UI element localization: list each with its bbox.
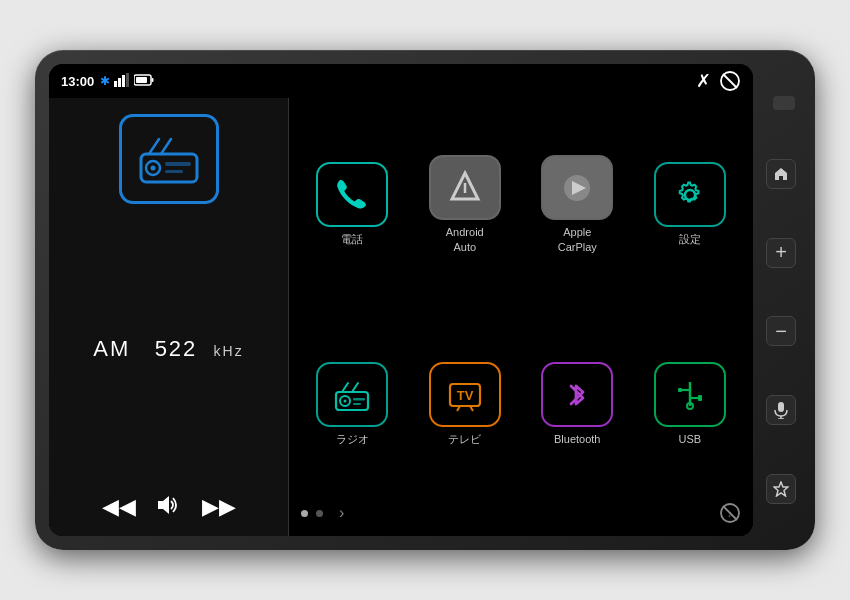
svg-marker-16 xyxy=(158,496,169,514)
status-bar: 13:00 ✱ ✗ xyxy=(49,64,753,98)
bluetooth-top-icon: ✗ xyxy=(696,70,711,92)
app-carplay[interactable]: AppleCarPlay xyxy=(526,106,629,303)
svg-marker-45 xyxy=(774,482,788,496)
now-playing-artwork xyxy=(119,114,219,204)
bluetooth-label: Bluetooth xyxy=(554,432,600,446)
usb-icon-box xyxy=(654,362,726,427)
prev-button[interactable]: ◀◀ xyxy=(102,494,136,520)
next-button[interactable]: ▶▶ xyxy=(202,494,236,520)
side-buttons-panel: + − xyxy=(761,64,801,536)
no-signal-icon xyxy=(719,70,741,92)
radio-label: ラジオ xyxy=(336,432,369,446)
svg-rect-37 xyxy=(698,395,702,401)
svg-text:TV: TV xyxy=(456,388,473,403)
svg-rect-27 xyxy=(353,398,365,401)
app-bluetooth[interactable]: Bluetooth xyxy=(526,313,629,496)
bluetooth-icon xyxy=(558,376,596,414)
android-auto-label: AndroidAuto xyxy=(446,225,484,254)
pagination-next[interactable]: › xyxy=(339,504,344,522)
svg-rect-42 xyxy=(778,402,784,412)
settings-icon xyxy=(671,176,709,214)
minus-button[interactable]: − xyxy=(766,316,796,346)
svg-rect-28 xyxy=(353,403,361,405)
svg-rect-9 xyxy=(141,154,197,182)
svg-line-14 xyxy=(149,139,159,154)
app-usb[interactable]: USB xyxy=(639,313,742,496)
settings-icon-box xyxy=(654,162,726,227)
phone-icon xyxy=(333,176,371,214)
bluetooth-status-icon: ✱ xyxy=(100,74,110,88)
tv-icon: TV xyxy=(446,376,484,414)
svg-point-24 xyxy=(344,399,347,402)
usb-icon xyxy=(671,376,709,414)
app-grid-panel: 電話 AndroidAuto xyxy=(289,98,753,536)
plus-button[interactable]: + xyxy=(766,238,796,268)
svg-rect-12 xyxy=(165,162,191,166)
bluetooth-icon-box xyxy=(541,362,613,427)
device-unit: 13:00 ✱ ✗ xyxy=(35,50,815,550)
radio-icon-box xyxy=(316,362,388,427)
svg-line-15 xyxy=(161,139,171,154)
media-controls: ◀◀ ▶▶ xyxy=(102,494,236,520)
frequency-display: AM 522 kHz xyxy=(93,336,243,362)
page-dot-1 xyxy=(301,510,308,517)
tv-icon-box: TV xyxy=(429,362,501,427)
pagination-bar: › ♪ xyxy=(301,496,741,528)
svg-rect-3 xyxy=(126,73,129,87)
settings-label: 設定 xyxy=(679,232,701,246)
band-label: AM xyxy=(93,336,130,361)
now-playing-panel: AM 522 kHz ◀◀ ▶▶ xyxy=(49,98,289,536)
svg-line-8 xyxy=(723,74,737,88)
clock: 13:00 xyxy=(61,74,94,89)
svg-rect-1 xyxy=(118,78,121,87)
svg-rect-13 xyxy=(165,170,183,173)
status-icons-right: ✗ xyxy=(696,70,741,92)
app-radio[interactable]: ラジオ xyxy=(301,313,404,496)
page-dot-2 xyxy=(316,510,323,517)
app-phone[interactable]: 電話 xyxy=(301,106,404,303)
android-auto-icon xyxy=(446,169,484,207)
app-grid: 電話 AndroidAuto xyxy=(301,106,741,496)
home-icon xyxy=(773,166,789,182)
svg-point-11 xyxy=(150,166,155,171)
tab-button[interactable] xyxy=(773,96,795,110)
usb-label: USB xyxy=(678,432,701,446)
star-icon xyxy=(773,481,789,497)
main-content: AM 522 kHz ◀◀ ▶▶ xyxy=(49,98,753,536)
screen: 13:00 ✱ ✗ xyxy=(49,64,753,536)
frequency-value: 522 xyxy=(155,336,198,361)
home-button[interactable] xyxy=(766,159,796,189)
battery-icon xyxy=(134,74,154,88)
app-settings[interactable]: 設定 xyxy=(639,106,742,303)
svg-line-25 xyxy=(342,383,348,392)
android-auto-icon-box xyxy=(429,155,501,220)
svg-rect-2 xyxy=(122,75,125,87)
app-android-auto[interactable]: AndroidAuto xyxy=(414,106,517,303)
favorite-button[interactable] xyxy=(766,474,796,504)
svg-rect-5 xyxy=(136,77,147,83)
mic-icon xyxy=(774,401,788,419)
carplay-icon xyxy=(558,169,596,207)
phone-label: 電話 xyxy=(341,232,363,246)
phone-icon-box xyxy=(316,162,388,227)
carplay-label: AppleCarPlay xyxy=(558,225,597,254)
svg-rect-0 xyxy=(114,81,117,87)
app-tv[interactable]: TV テレビ xyxy=(414,313,517,496)
svg-rect-6 xyxy=(152,78,154,82)
signal-icon xyxy=(114,73,130,89)
no-music-icon: ♪ xyxy=(719,502,741,524)
volume-button[interactable] xyxy=(158,496,180,519)
carplay-icon-box xyxy=(541,155,613,220)
radio-icon xyxy=(333,376,371,414)
tv-label: テレビ xyxy=(448,432,481,446)
mic-button[interactable] xyxy=(766,395,796,425)
frequency-unit: kHz xyxy=(214,343,244,359)
radio-art-icon xyxy=(139,129,199,189)
svg-line-26 xyxy=(352,383,358,392)
svg-rect-36 xyxy=(678,388,682,392)
